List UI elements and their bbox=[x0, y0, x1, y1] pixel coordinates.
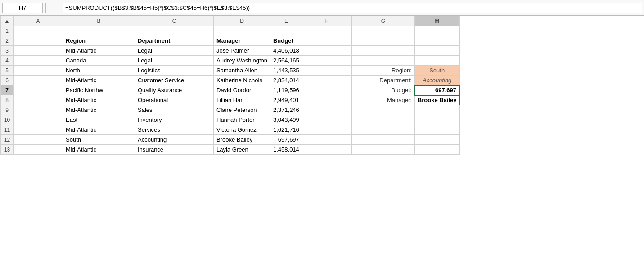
cell-G11[interactable] bbox=[351, 125, 414, 135]
cell-E3[interactable]: 4,406,018 bbox=[270, 46, 302, 56]
cell-C13[interactable]: Insurance bbox=[135, 145, 214, 155]
cell-H12[interactable] bbox=[414, 135, 459, 145]
cell-C1[interactable] bbox=[135, 26, 214, 36]
cell-C10[interactable]: Inventory bbox=[135, 115, 214, 125]
cell-F13[interactable] bbox=[302, 145, 351, 155]
cell-F8[interactable] bbox=[302, 95, 351, 105]
cell-H6[interactable]: Accounting bbox=[414, 76, 459, 85]
cell-B8[interactable]: Mid-Atlantic bbox=[63, 95, 135, 105]
col-header-D[interactable]: D bbox=[214, 16, 270, 26]
cell-H1[interactable] bbox=[414, 26, 459, 36]
cell-E1[interactable] bbox=[270, 26, 302, 36]
col-header-H[interactable]: H bbox=[414, 16, 459, 26]
cell-B10[interactable]: East bbox=[63, 115, 135, 125]
row-header-3[interactable]: 3 bbox=[1, 46, 14, 56]
cell-D8[interactable]: Lillian Hart bbox=[214, 95, 270, 105]
cell-A6[interactable] bbox=[14, 76, 63, 85]
cell-E6[interactable]: 2,834,014 bbox=[270, 76, 302, 85]
cell-F11[interactable] bbox=[302, 125, 351, 135]
col-header-E[interactable]: E bbox=[270, 16, 302, 26]
cell-F6[interactable] bbox=[302, 76, 351, 85]
cell-A12[interactable] bbox=[14, 135, 63, 145]
cell-G4[interactable] bbox=[351, 56, 414, 66]
cell-B11[interactable]: Mid-Atlantic bbox=[63, 125, 135, 135]
cell-D10[interactable]: Hannah Porter bbox=[214, 115, 270, 125]
cell-C7[interactable]: Quality Asurance bbox=[135, 85, 214, 95]
cell-E9[interactable]: 2,371,246 bbox=[270, 105, 302, 115]
cell-C12[interactable]: Accounting bbox=[135, 135, 214, 145]
cell-C2[interactable]: Department bbox=[135, 36, 214, 46]
cell-B2[interactable]: Region bbox=[63, 36, 135, 46]
col-header-B[interactable]: B bbox=[63, 16, 135, 26]
cell-A13[interactable] bbox=[14, 145, 63, 155]
cell-A4[interactable] bbox=[14, 56, 63, 66]
cell-D4[interactable]: Audrey Washington bbox=[214, 56, 270, 66]
cell-F12[interactable] bbox=[302, 135, 351, 145]
cell-C8[interactable]: Operational bbox=[135, 95, 214, 105]
cell-E13[interactable]: 1,458,014 bbox=[270, 145, 302, 155]
cell-B4[interactable]: Canada bbox=[63, 56, 135, 66]
cell-A1[interactable] bbox=[14, 26, 63, 36]
cell-A8[interactable] bbox=[14, 95, 63, 105]
cell-D9[interactable]: Claire Peterson bbox=[214, 105, 270, 115]
cell-G12[interactable] bbox=[351, 135, 414, 145]
cell-F7[interactable] bbox=[302, 85, 351, 95]
cell-A7[interactable] bbox=[14, 85, 63, 95]
cell-G3[interactable] bbox=[351, 46, 414, 56]
row-header-6[interactable]: 6 bbox=[1, 76, 14, 85]
cell-C9[interactable]: Sales bbox=[135, 105, 214, 115]
cell-D12[interactable]: Brooke Bailey bbox=[214, 135, 270, 145]
row-header-10[interactable]: 10 bbox=[1, 115, 14, 125]
cell-H2[interactable] bbox=[414, 36, 459, 46]
cell-A9[interactable] bbox=[14, 105, 63, 115]
cell-B9[interactable]: Mid-Atlantic bbox=[63, 105, 135, 115]
cell-G1[interactable] bbox=[351, 26, 414, 36]
cell-D5[interactable]: Samantha Allen bbox=[214, 66, 270, 76]
cell-E12[interactable]: 697,697 bbox=[270, 135, 302, 145]
cell-B5[interactable]: North bbox=[63, 66, 135, 76]
col-header-G[interactable]: G bbox=[351, 16, 414, 26]
cell-H10[interactable] bbox=[414, 115, 459, 125]
cell-C4[interactable]: Legal bbox=[135, 56, 214, 66]
cell-E11[interactable]: 1,621,716 bbox=[270, 125, 302, 135]
cell-C6[interactable]: Customer Service bbox=[135, 76, 214, 85]
cell-C3[interactable]: Legal bbox=[135, 46, 214, 56]
row-header-9[interactable]: 9 bbox=[1, 105, 14, 115]
col-header-A[interactable]: A bbox=[14, 16, 63, 26]
cell-H4[interactable] bbox=[414, 56, 459, 66]
cell-G13[interactable] bbox=[351, 145, 414, 155]
row-header-1[interactable]: 1 bbox=[1, 26, 14, 36]
formula-input[interactable] bbox=[63, 3, 642, 13]
cell-E2[interactable]: Budget bbox=[270, 36, 302, 46]
cell-F3[interactable] bbox=[302, 46, 351, 56]
cell-A10[interactable] bbox=[14, 115, 63, 125]
cell-E8[interactable]: 2,949,401 bbox=[270, 95, 302, 105]
cell-A3[interactable] bbox=[14, 46, 63, 56]
cell-A2[interactable] bbox=[14, 36, 63, 46]
cell-G9[interactable] bbox=[351, 105, 414, 115]
cell-A5[interactable] bbox=[14, 66, 63, 76]
cell-D6[interactable]: Katherine Nichols bbox=[214, 76, 270, 85]
cell-H5[interactable]: South bbox=[414, 66, 459, 76]
cell-H8[interactable]: Brooke Bailey bbox=[414, 95, 459, 105]
cell-H13[interactable] bbox=[414, 145, 459, 155]
cell-G8[interactable]: Manager: bbox=[351, 95, 414, 105]
cell-B13[interactable]: Mid-Atlantic bbox=[63, 145, 135, 155]
row-header-2[interactable]: 2 bbox=[1, 36, 14, 46]
cell-G5[interactable]: Region: bbox=[351, 66, 414, 76]
cell-H9[interactable] bbox=[414, 105, 459, 115]
cell-D2[interactable]: Manager bbox=[214, 36, 270, 46]
row-header-12[interactable]: 12 bbox=[1, 135, 14, 145]
cell-F5[interactable] bbox=[302, 66, 351, 76]
col-header-F[interactable]: F bbox=[302, 16, 351, 26]
cell-H3[interactable] bbox=[414, 46, 459, 56]
cell-reference-box[interactable]: H7 bbox=[2, 3, 43, 13]
cell-B6[interactable]: Mid-Atlantic bbox=[63, 76, 135, 85]
cell-C5[interactable]: Logistics bbox=[135, 66, 214, 76]
cell-B12[interactable]: South bbox=[63, 135, 135, 145]
row-header-5[interactable]: 5 bbox=[1, 66, 14, 76]
cell-F1[interactable] bbox=[302, 26, 351, 36]
cell-G6[interactable]: Department: bbox=[351, 76, 414, 85]
cell-D7[interactable]: David Gordon bbox=[214, 85, 270, 95]
table-wrapper[interactable]: ▲ A B C D E F G H 1 bbox=[0, 16, 644, 272]
